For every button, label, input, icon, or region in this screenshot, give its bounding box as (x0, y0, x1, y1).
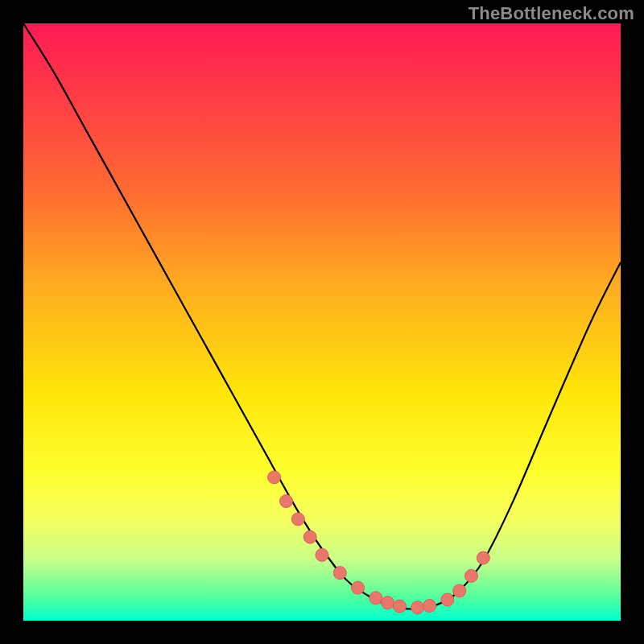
marker-point (477, 551, 489, 564)
marker-point (268, 471, 281, 484)
watermark-label: TheBottleneck.com (469, 3, 634, 24)
marker-point (369, 592, 382, 605)
marker-point (382, 597, 394, 609)
marker-point (453, 584, 466, 597)
marker-point (441, 593, 454, 606)
marker-point (465, 569, 478, 582)
chart-frame: TheBottleneck.com (0, 0, 644, 644)
bottleneck-curve (23, 23, 621, 609)
marker-point (333, 567, 346, 580)
plot-area (23, 23, 621, 621)
marker-point (394, 600, 407, 613)
marker-point (352, 581, 365, 594)
marker-point (303, 530, 316, 543)
marker-point (411, 601, 424, 614)
marker-point (316, 548, 328, 561)
marker-point (280, 495, 293, 508)
marker-point (423, 600, 436, 613)
curve-svg (23, 23, 621, 621)
marker-point (291, 513, 304, 526)
highlight-markers (268, 471, 490, 614)
